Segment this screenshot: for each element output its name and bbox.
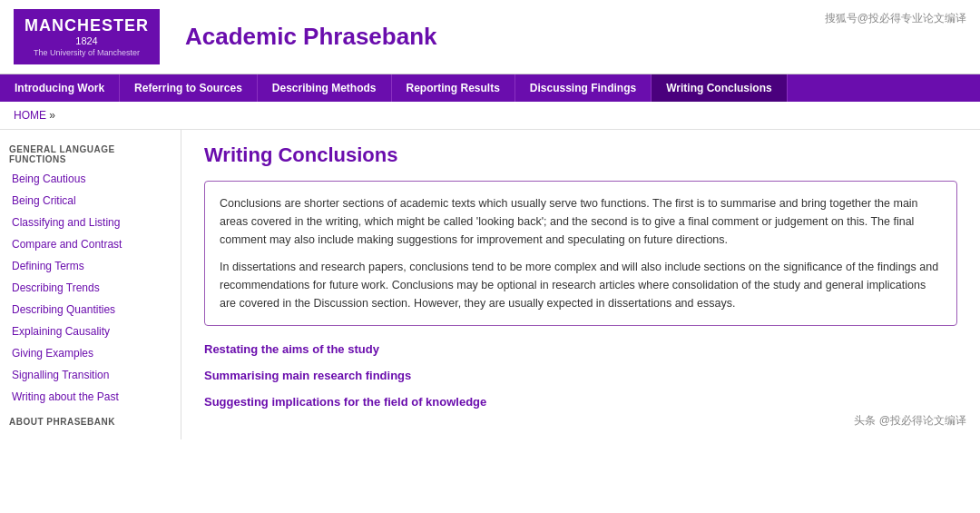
- nav-introducing-work[interactable]: Introducing Work: [0, 74, 120, 102]
- sidebar-section-title: GENERAL LANGUAGEFUNCTIONS: [0, 139, 181, 168]
- page-layout: GENERAL LANGUAGEFUNCTIONS Being Cautious…: [0, 130, 980, 439]
- info-box: Conclusions are shorter sections of acad…: [204, 181, 957, 326]
- sidebar-item-classifying[interactable]: Classifying and Listing: [0, 212, 181, 233]
- main-content: Writing Conclusions Conclusions are shor…: [181, 130, 980, 439]
- breadcrumb-home[interactable]: HOME: [14, 109, 46, 122]
- section-link-3[interactable]: Suggesting implications for the field of…: [204, 395, 957, 409]
- logo-year: 1824: [24, 35, 149, 46]
- sidebar: GENERAL LANGUAGEFUNCTIONS Being Cautious…: [0, 130, 181, 439]
- sidebar-item-being-critical[interactable]: Being Critical: [0, 190, 181, 212]
- logo-name: Manchester: [24, 16, 149, 35]
- sidebar-item-defining[interactable]: Defining Terms: [0, 255, 181, 277]
- sidebar-item-compare[interactable]: Compare and Contrast: [0, 233, 181, 255]
- sidebar-item-explaining[interactable]: Explaining Causality: [0, 321, 181, 342]
- main-nav: Introducing Work Referring to Sources De…: [0, 74, 980, 102]
- nav-reporting-results[interactable]: Reporting Results: [392, 74, 515, 102]
- sidebar-item-being-cautious[interactable]: Being Cautious: [0, 168, 181, 190]
- sidebar-item-describing-quantities[interactable]: Describing Quantities: [0, 299, 181, 321]
- section-link-2[interactable]: Summarising main research findings: [204, 369, 957, 382]
- sidebar-about: ABOUT PHRASEBANK: [0, 408, 181, 430]
- watermark-top: 搜狐号@投必得专业论文编译: [825, 11, 966, 26]
- site-title: Academic Phrasebank: [185, 23, 436, 51]
- nav-writing-conclusions[interactable]: Writing Conclusions: [652, 74, 787, 102]
- sidebar-item-signalling[interactable]: Signalling Transition: [0, 364, 181, 386]
- info-paragraph-2: In dissertations and research papers, co…: [220, 258, 942, 312]
- info-paragraph-1: Conclusions are shorter sections of acad…: [220, 194, 942, 249]
- watermark-bottom: 头条 @投必得论文编译: [854, 413, 966, 429]
- nav-discussing-findings[interactable]: Discussing Findings: [515, 74, 652, 102]
- breadcrumb: HOME »: [0, 102, 980, 130]
- nav-describing-methods[interactable]: Describing Methods: [258, 74, 392, 102]
- sidebar-item-describing-trends[interactable]: Describing Trends: [0, 277, 181, 299]
- logo: Manchester 1824 The University of Manche…: [14, 9, 160, 64]
- sidebar-item-giving-examples[interactable]: Giving Examples: [0, 342, 181, 364]
- section-link-1[interactable]: Restating the aims of the study: [204, 342, 957, 356]
- logo-university: The University of Manchester: [24, 48, 149, 57]
- sidebar-item-writing-past[interactable]: Writing about the Past: [0, 386, 181, 408]
- breadcrumb-separator: »: [49, 109, 55, 122]
- nav-referring-to-sources[interactable]: Referring to Sources: [120, 74, 258, 102]
- page-title: Writing Conclusions: [204, 143, 957, 167]
